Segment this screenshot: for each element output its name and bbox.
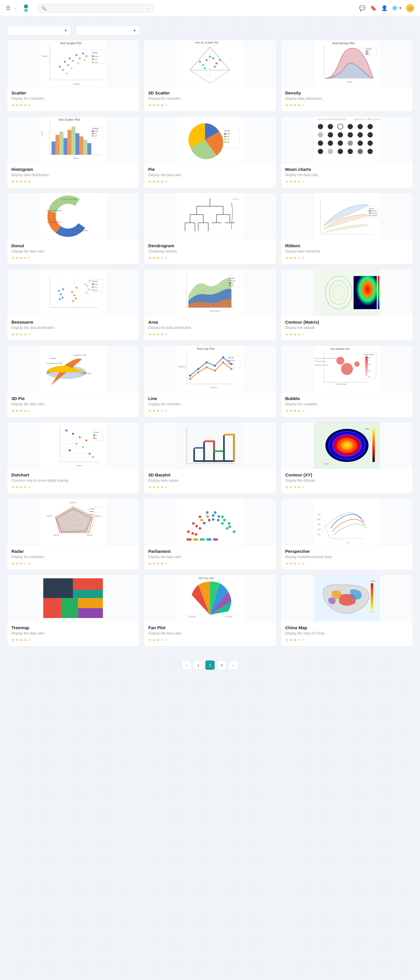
star: ★ [28,179,31,184]
chart-card-3d-pie[interactable]: Group1(20.67,10%) Group2 Group3(17.74%) … [7,345,139,417]
star: ★ [156,561,160,566]
svg-point-120 [368,149,373,154]
pagination-page-2[interactable]: 2 [205,660,215,670]
pagination-prev[interactable]: ‹ [182,660,191,670]
star: ★ [285,561,289,566]
svg-point-114 [368,140,373,146]
star: ★ [293,103,297,107]
svg-marker-294 [213,460,225,462]
svg-point-175 [71,291,73,293]
svg-text:Group4 (342,40%): Group4 (342,40%) [47,221,62,223]
svg-rect-62 [56,135,59,154]
chart-card-fan-plot[interactable]: Test Fan Plot Group1 Group2 Fan Plot Dis… [144,575,276,646]
chart-card-perspective[interactable]: 180 160 140 120 100 0.5 Perspective Disp… [281,498,413,570]
bookmark-icon[interactable]: 🔖 [370,5,377,11]
chart-card-parliament[interactable]: Parliament Display the data ratio. ★★★★★ [144,498,276,570]
svg-point-16 [72,60,74,62]
pagination-page-1[interactable]: 1 [194,660,203,670]
svg-point-349 [218,515,220,518]
pagination-next[interactable]: › [229,660,238,670]
chart-card-contour-xy[interactable]: value1 fillbg Contour (XY) Display the a… [281,422,413,494]
user-avatar[interactable]: 😊 [406,4,414,12]
svg-point-22 [84,59,86,61]
pagination-page-3[interactable]: 3 [217,660,226,670]
chart-preview-3d-barplot [144,422,275,469]
svg-text:value4: value4 [86,534,92,536]
user-icon[interactable]: 👤 [381,5,388,11]
chart-card-treemap[interactable]: Treemap Display the data ratio. ★★★★★ [7,575,139,646]
svg-text:treat: treat [94,56,98,57]
svg-point-173 [75,298,77,300]
svg-point-98 [328,124,333,129]
svg-rect-90 [224,141,226,143]
svg-point-184 [92,283,94,285]
chart-card-histogram[interactable]: Test Scatter Plot Count Value Group2 tre… [7,116,139,188]
chart-card-radar[interactable]: value3 value1 value4 value5 value2 Group… [7,498,139,570]
chart-preview-pie: Group treat trt1 trt2 trt3 [144,117,275,163]
svg-point-268 [86,439,88,441]
chart-card-contour-matrix[interactable]: Contour (Matrix) Display the altitude. ★… [281,269,413,341]
nav-back-icon[interactable]: ‹ [15,6,17,11]
star: ★ [148,638,152,642]
chart-card-donut[interactable]: Group1 (45.9,20%) Group2 (422,30%) Group… [7,193,139,264]
svg-marker-299 [223,434,225,462]
star: ★ [148,256,152,260]
chat-icon[interactable]: 💬 [359,5,366,11]
chart-card-ribbon[interactable]: group Group1 Group2 Group3 Ribbon Displa… [281,193,413,264]
star: ★ [164,409,168,413]
svg-rect-335 [177,499,243,545]
svg-text:Value2: Value2 [42,55,49,57]
search-input[interactable] [49,6,144,10]
chart-card-pie[interactable]: Group treat trt1 trt2 trt3 Pie Display t… [144,116,276,188]
chart-card-3d-barplot[interactable]: 3D Barplot Display data values. ★★★★★ [144,422,276,494]
chart-card-area[interactable]: Group treat trt1 trt2 axis value Area Di… [144,269,276,341]
svg-point-345 [196,525,198,527]
svg-point-276 [89,453,91,455]
chart-title-3d-barplot: 3D Barplot [148,473,272,477]
svg-text:Group: Group [366,48,371,50]
logo[interactable] [21,3,32,13]
chart-card-line[interactable]: Test Line Plot Value2 Value1 Group treat [144,345,276,417]
svg-text:-log(P Value): -log(P Value) [363,353,374,355]
chart-card-3d-scatter[interactable]: Test 3D Scatter Plot 3D Scatter Display … [144,40,276,112]
star: ★ [24,103,27,107]
chart-card-beeswarm[interactable]: Group treat trt1 trt2 Beeswarm Display t… [7,269,139,341]
svg-text:Group2: Group2 [225,615,233,618]
chart-card-scatter[interactable]: Test Scatter Plot Value2 Value1 Group tr… [7,40,139,112]
chart-card-dendrogram[interactable]: density Dendrogram Clustering method. ★★… [144,193,276,264]
svg-point-29 [92,61,94,63]
svg-text:Aggregate Plot: Aggregate Plot [334,118,347,121]
star: ★ [285,485,289,489]
chart-preview-beeswarm: Group treat trt1 trt2 [7,269,139,316]
chart-card-moon-charts[interactable]: Dynamics variables Aggregate Plot Aggreg… [281,116,413,188]
star: ★ [164,179,168,184]
star: ★ [11,332,15,336]
star-rating: ★★★★★ [285,103,409,107]
chart-title-3d-scatter: 3D Scatter [148,91,272,95]
star: ★ [161,409,164,413]
chart-desc-3d-scatter: Display the variables. [148,97,272,100]
chart-card-china-map[interactable]: value long China Map Display the map of … [281,575,413,646]
chart-preview-dotchart: Value Group A B [7,422,139,469]
svg-text:A: A [94,511,95,513]
classification-filter[interactable]: ▾ [7,25,71,35]
language-selector[interactable]: 🌐 ▾ [392,6,401,10]
svg-point-172 [72,300,74,302]
chart-preview-contour-matrix [281,269,413,316]
svg-rect-379 [43,598,61,618]
orderby-filter[interactable]: ▾ [76,25,140,35]
chart-preview-fan-plot: Test Fan Plot Group1 Group2 [144,575,275,622]
star: ★ [148,332,152,336]
star-rating: ★★★★★ [148,103,272,107]
star: ★ [152,561,156,566]
chart-title-contour-xy: Contour (XY) [285,473,409,477]
search-bar[interactable]: 🔍 ⌄ [37,4,154,13]
chart-card-bubble[interactable]: Test Bubble Plot Distance exposure to de… [281,345,413,417]
svg-rect-257 [40,422,106,469]
chart-card-density[interactable]: Test Density Plot Group 1 2 Value Densit… [281,40,413,112]
menu-icon[interactable]: ☰ [6,5,11,11]
chart-card-dotchart[interactable]: Value Group A B [7,422,139,494]
star: ★ [164,332,168,336]
svg-point-110 [328,140,333,146]
svg-rect-199 [229,285,231,286]
